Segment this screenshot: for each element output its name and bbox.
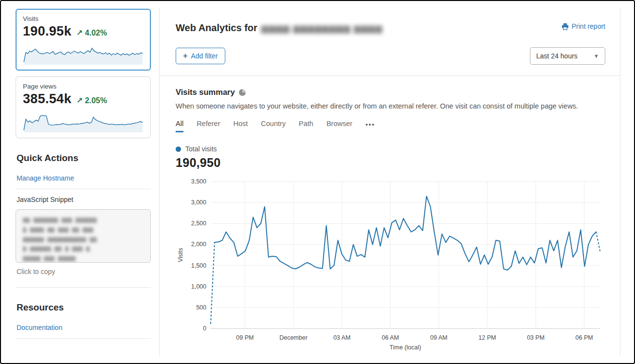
chevron-down-icon: ▼ xyxy=(594,53,599,59)
manage-hostname-link[interactable]: Manage Hostname xyxy=(16,172,151,189)
svg-text:500: 500 xyxy=(196,304,206,311)
visits-summary-description: When someone navigates to your website, … xyxy=(176,102,605,110)
resources-heading: Resources xyxy=(17,302,151,313)
metric-card-visits[interactable]: Visits 190.95k ↗ 4.02% xyxy=(16,9,151,71)
svg-text:2,500: 2,500 xyxy=(191,220,206,227)
visits-line-chart: 05001,0001,5002,0002,5003,0003,50009 PMD… xyxy=(176,175,604,354)
metric-label: Visits xyxy=(23,15,144,22)
printer-icon xyxy=(562,23,569,30)
divider xyxy=(16,338,151,339)
metric-delta: ↗ 4.02% xyxy=(76,28,107,37)
tab-path[interactable]: Path xyxy=(299,120,313,132)
svg-text:1,500: 1,500 xyxy=(191,262,206,269)
tab-referer[interactable]: Referer xyxy=(197,120,220,132)
tab-all[interactable]: All xyxy=(176,120,183,132)
blurred-code-line: ▆▆▆▆▆ ▆▆▆ ▆▆▆▆▆ xyxy=(23,254,144,263)
blurred-code-line: ▆▆▆▆▆▆ ▆▆▆▆▆▆▆▆▆▆▆ ▆▆ xyxy=(23,235,144,245)
svg-text:03 AM: 03 AM xyxy=(333,334,350,341)
divider xyxy=(16,287,151,288)
trend-up-arrow-icon: ↗ xyxy=(76,96,83,105)
blurred-code-line: ▆▆ ▆▆▆▆▆▆▆ ▆▆▆ ▆▆▆▆▆▆ xyxy=(23,216,144,225)
summary-tabs: All Referer Host Country Path Browser ••… xyxy=(176,120,605,132)
javascript-snippet-code-box[interactable]: ▆▆ ▆▆▆▆▆▆▆ ▆▆▆ ▆▆▆▆▆▆ ▆ ▆▆▆▆ ▆▆ ▆▆▆ ▆▆ ▆… xyxy=(16,209,151,263)
metric-delta: ↗ 2.05% xyxy=(76,96,107,105)
legend-label: Total visits xyxy=(185,145,217,153)
add-filter-button[interactable]: + Add filter xyxy=(176,48,225,64)
page-title: Web Analytics for ▆▆▆▆ ▆▆▆▆▆▆▆▆ ▆▆▆▆ xyxy=(176,22,382,34)
svg-text:12 PM: 12 PM xyxy=(478,334,496,341)
svg-text:3,500: 3,500 xyxy=(191,178,206,185)
blurred-domain-name: ▆▆▆▆ ▆▆▆▆▆▆▆▆ ▆▆▆▆ xyxy=(261,23,383,34)
metric-value: 190.95k xyxy=(23,24,72,39)
total-visits-value: 190,950 xyxy=(176,156,605,170)
more-tabs-ellipsis-icon[interactable]: ••• xyxy=(365,121,375,131)
svg-text:Visits: Visits xyxy=(177,248,184,262)
svg-text:03 PM: 03 PM xyxy=(527,334,544,341)
chart-legend: Total visits xyxy=(176,145,605,153)
svg-text:06 PM: 06 PM xyxy=(576,334,593,341)
metric-value: 385.54k xyxy=(23,91,72,107)
sidebar: Visits 190.95k ↗ 4.02% Page views 385.54… xyxy=(16,9,151,339)
pie-chart-info-icon xyxy=(239,89,246,96)
visits-sparkline-chart xyxy=(23,41,144,65)
svg-text:06 AM: 06 AM xyxy=(381,334,399,341)
blurred-code-line: ▆ ▆▆▆▆ ▆▆ ▆▆▆ ▆▆ ▆▆▆ xyxy=(23,225,144,235)
tab-browser[interactable]: Browser xyxy=(327,120,352,132)
svg-text:0: 0 xyxy=(203,325,206,332)
javascript-snippet-label: JavaScript Snippet xyxy=(16,189,151,209)
tab-country[interactable]: Country xyxy=(261,120,286,132)
print-report-link[interactable]: Print report xyxy=(562,22,605,30)
metric-label: Page views xyxy=(23,83,144,90)
visits-summary-heading: Visits summary xyxy=(176,88,235,97)
quick-actions-heading: Quick Actions xyxy=(17,153,151,164)
svg-text:09 AM: 09 AM xyxy=(430,334,447,341)
legend-dot-icon xyxy=(176,146,181,152)
page-views-sparkline-chart xyxy=(23,109,144,133)
svg-text:December: December xyxy=(279,334,308,341)
blurred-code-line: ▆ ▆▆▆▆▆▆ ▆▆ ▆ ▆▆▆ ▆ xyxy=(23,244,144,254)
plus-icon: + xyxy=(183,52,187,60)
svg-text:2,000: 2,000 xyxy=(191,241,206,248)
svg-text:09 PM: 09 PM xyxy=(236,334,254,341)
divider xyxy=(160,75,620,76)
metric-card-page-views[interactable]: Page views 385.54k ↗ 2.05% xyxy=(16,76,151,138)
tab-host[interactable]: Host xyxy=(233,120,248,132)
click-to-copy-hint: Click to copy xyxy=(17,268,151,275)
svg-text:1,000: 1,000 xyxy=(191,283,206,290)
trend-up-arrow-icon: ↗ xyxy=(76,29,83,37)
svg-text:3,000: 3,000 xyxy=(191,199,206,206)
time-range-dropdown[interactable]: Last 24 hours ▼ xyxy=(530,47,605,65)
documentation-link[interactable]: Documentation xyxy=(16,322,151,338)
svg-text:Time (local): Time (local) xyxy=(390,344,421,351)
main-panel: Web Analytics for ▆▆▆▆ ▆▆▆▆▆▆▆▆ ▆▆▆▆ Pri… xyxy=(159,8,620,356)
